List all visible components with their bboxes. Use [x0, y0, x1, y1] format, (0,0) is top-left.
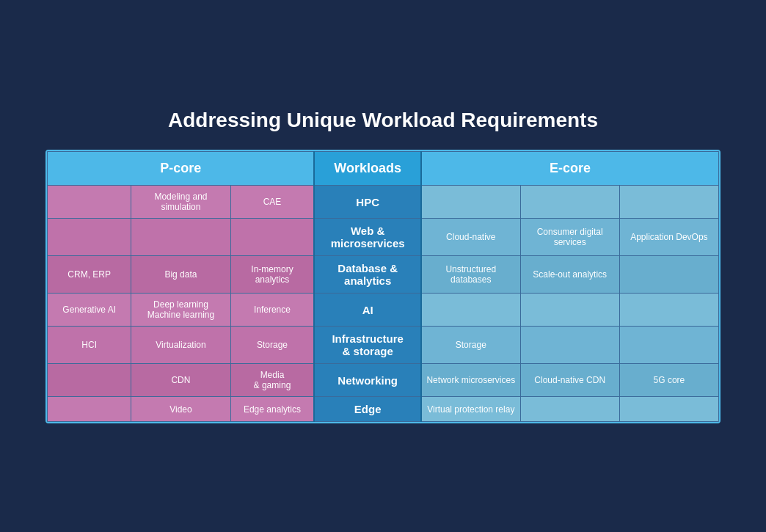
pcore-cell-hpc-1: Modeling and simulation: [131, 186, 230, 219]
pcore-cell-ai-2: Inference: [230, 294, 314, 327]
table-row-net: CDNMedia & gamingNetworkingNetwork micro…: [48, 364, 719, 397]
ecore-cell-edge-2: [619, 397, 718, 422]
pcore-cell-edge-0: [48, 397, 131, 422]
table-row-edge: VideoEdge analyticsEdgeVirtual protectio…: [48, 397, 719, 422]
pcore-cell-web-1: [131, 219, 230, 256]
pcore-cell-web-2: [230, 219, 314, 256]
workload-cell-edge: Edge: [314, 397, 421, 422]
header-pcore: P-core: [48, 152, 315, 186]
ecore-cell-edge-0: Virtual protection relay: [421, 397, 520, 422]
ecore-cell-edge-1: [520, 397, 619, 422]
workload-table: P-core Workloads E-core Modeling and sim…: [47, 151, 719, 422]
ecore-cell-net-1: Cloud-native CDN: [520, 364, 619, 397]
pcore-cell-hpc-2: CAE: [230, 186, 314, 219]
table-row-infra: HCIVirtualizationStorageInfrastructure &…: [48, 327, 719, 364]
pcore-cell-infra-2: Storage: [230, 327, 314, 364]
ecore-cell-web-1: Consumer digital services: [520, 219, 619, 256]
pcore-cell-ai-1: Deep learning Machine learning: [131, 294, 230, 327]
table-row-ai: Generative AIDeep learning Machine learn…: [48, 294, 719, 327]
pcore-cell-infra-1: Virtualization: [131, 327, 230, 364]
ecore-cell-ai-0: [421, 294, 520, 327]
ecore-cell-ai-2: [619, 294, 718, 327]
ecore-cell-db-2: [619, 256, 718, 294]
pcore-cell-edge-2: Edge analytics: [230, 397, 314, 422]
header-row: P-core Workloads E-core: [48, 152, 719, 186]
ecore-cell-hpc-0: [421, 186, 520, 219]
ecore-cell-web-0: Cloud-native: [421, 219, 520, 256]
header-ecore: E-core: [421, 152, 719, 186]
pcore-cell-db-0: CRM, ERP: [48, 256, 131, 294]
pcore-cell-edge-1: Video: [131, 397, 230, 422]
ecore-cell-infra-1: [520, 327, 619, 364]
page-title: Addressing Unique Workload Requirements: [45, 109, 721, 132]
pcore-cell-db-1: Big data: [131, 256, 230, 294]
ecore-cell-hpc-2: [619, 186, 718, 219]
pcore-cell-net-1: CDN: [131, 364, 230, 397]
ecore-cell-web-2: Application DevOps: [619, 219, 718, 256]
table-row-web: Web & microservicesCloud-nativeConsumer …: [48, 219, 719, 256]
ecore-cell-net-2: 5G core: [619, 364, 718, 397]
main-container: Addressing Unique Workload Requirements …: [31, 94, 735, 438]
table-row-db: CRM, ERPBig dataIn-memory analyticsDatab…: [48, 256, 719, 294]
pcore-cell-net-0: [48, 364, 131, 397]
ecore-cell-hpc-1: [520, 186, 619, 219]
ecore-cell-net-0: Network microservices: [421, 364, 520, 397]
header-workloads: Workloads: [314, 152, 421, 186]
pcore-cell-net-2: Media & gaming: [230, 364, 314, 397]
ecore-cell-ai-1: [520, 294, 619, 327]
pcore-cell-ai-0: Generative AI: [48, 294, 131, 327]
workload-cell-web: Web & microservices: [314, 219, 421, 256]
workload-cell-db: Database & analytics: [314, 256, 421, 294]
workload-cell-ai: AI: [314, 294, 421, 327]
ecore-cell-infra-2: [619, 327, 718, 364]
pcore-cell-infra-0: HCI: [48, 327, 131, 364]
pcore-cell-db-2: In-memory analytics: [230, 256, 314, 294]
workload-cell-hpc: HPC: [314, 186, 421, 219]
pcore-cell-hpc-0: [48, 186, 131, 219]
table-row-hpc: Modeling and simulationCAEHPC: [48, 186, 719, 219]
ecore-cell-db-1: Scale-out analytics: [520, 256, 619, 294]
table-wrapper: P-core Workloads E-core Modeling and sim…: [45, 150, 721, 423]
workload-cell-net: Networking: [314, 364, 421, 397]
ecore-cell-infra-0: Storage: [421, 327, 520, 364]
workload-cell-infra: Infrastructure & storage: [314, 327, 421, 364]
pcore-cell-web-0: [48, 219, 131, 256]
ecore-cell-db-0: Unstructured databases: [421, 256, 520, 294]
